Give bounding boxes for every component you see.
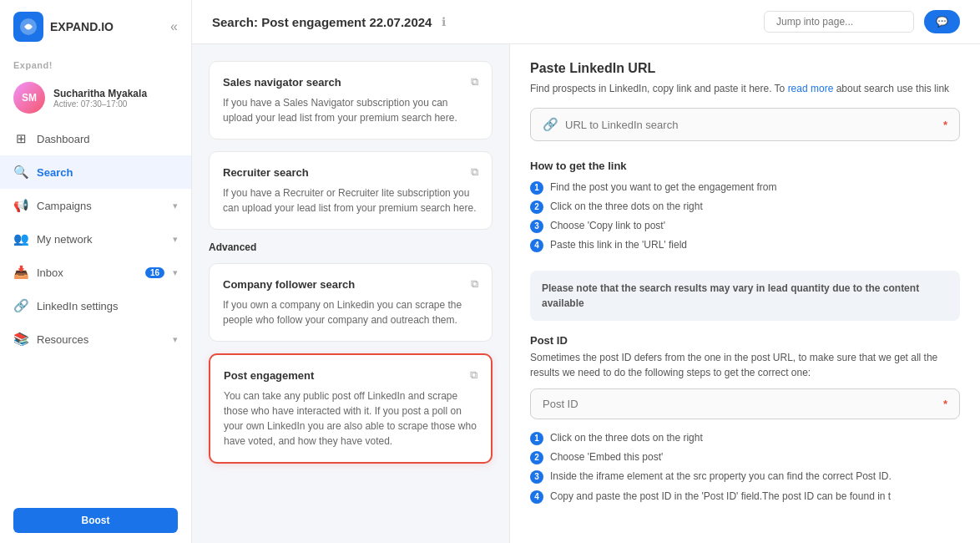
chat-icon: 💬 — [936, 16, 948, 28]
sidebar-item-label: Campaigns — [37, 200, 164, 212]
sidebar-logo-area: EXPAND.IO « — [0, 0, 191, 53]
step-text: Click on the three dots on the right — [550, 431, 703, 445]
sidebar-item-label: My network — [37, 233, 164, 246]
step-number: 1 — [530, 181, 543, 195]
step-text: Choose 'Embed this post' — [550, 450, 663, 464]
url-input[interactable] — [565, 119, 934, 131]
inbox-badge: 16 — [145, 267, 164, 278]
how-to-steps: 1Find the post you want to get the engag… — [530, 180, 960, 252]
step-text: Copy and paste the post ID in the 'Post … — [550, 489, 891, 504]
required-indicator: * — [943, 119, 947, 131]
sidebar-item-my-network[interactable]: 👥 My network ▾ — [0, 222, 191, 256]
resources-icon: 📚 — [13, 332, 28, 347]
required-indicator: * — [943, 398, 947, 410]
step-item: 2Choose 'Embed this post' — [530, 450, 960, 464]
sidebar-item-label: Dashboard — [37, 133, 178, 145]
sidebar-collapse-button[interactable]: « — [170, 19, 178, 34]
step-text: Inside the iframe element at the src pro… — [550, 469, 892, 484]
paste-linkedin-section: Paste LinkedIn URL Find prospects in Lin… — [530, 61, 960, 141]
post-id-title: Post ID — [530, 334, 960, 347]
link-icon: 🔗 — [543, 117, 558, 132]
content-area: Sales navigator search ⧉ If you have a S… — [192, 44, 980, 543]
user-status: Active: 07:30–17:00 — [53, 99, 178, 109]
external-link-icon[interactable]: ⧉ — [470, 368, 477, 382]
note-text: Please note that the search results may … — [542, 281, 948, 311]
external-link-icon[interactable]: ⧉ — [471, 75, 478, 89]
network-icon: 👥 — [13, 231, 28, 246]
campaigns-icon: 📢 — [13, 198, 28, 213]
read-more-link[interactable]: read more — [788, 83, 834, 94]
step-item: 1Click on the three dots on the right — [530, 431, 960, 445]
note-box: Please note that the search results may … — [530, 271, 960, 321]
sidebar-item-dashboard[interactable]: ⊞ Dashboard — [0, 122, 191, 155]
step-number: 1 — [530, 432, 543, 445]
card-header: Post engagement ⧉ — [224, 368, 477, 382]
step-item: 4Copy and paste the post ID in the 'Post… — [530, 489, 960, 504]
sidebar-user-area: SM Sucharitha Myakala Active: 07:30–17:0… — [0, 74, 191, 122]
post-id-section: Post ID Sometimes the post ID defers fro… — [530, 334, 960, 504]
url-input-wrapper: 🔗 * — [530, 108, 960, 141]
sidebar-item-label: LinkedIn settings — [37, 300, 178, 312]
step-text: Choose 'Copy link to post' — [550, 219, 665, 233]
step-item: 3Inside the iframe element at the src pr… — [530, 469, 960, 484]
sidebar-navigation: ⊞ Dashboard 🔍 Search 📢 Campaigns ▾ 👥 My … — [0, 122, 191, 498]
card-title: Company follower search — [223, 278, 355, 291]
info-icon[interactable]: ℹ — [442, 15, 446, 28]
card-description: If you own a company on Linkedin you can… — [223, 297, 478, 327]
advanced-section-label: Advanced — [209, 241, 493, 253]
sidebar-item-search[interactable]: 🔍 Search — [0, 155, 191, 189]
recruiter-search-card[interactable]: Recruiter search ⧉ If you have a Recruit… — [209, 151, 493, 230]
paste-linkedin-desc: Find prospects in LinkedIn, copy link an… — [530, 81, 960, 96]
company-follower-card[interactable]: Company follower search ⧉ If you own a c… — [209, 263, 493, 342]
page-header: Search: Post engagement 22.07.2024 ℹ 💬 — [192, 0, 980, 44]
chevron-down-icon: ▾ — [173, 234, 178, 245]
how-to-section: How to get the link 1Find the post you w… — [530, 160, 960, 252]
upgrade-button[interactable]: Boost — [13, 508, 178, 533]
logo-icon — [13, 12, 43, 42]
step-number: 3 — [530, 470, 543, 484]
sidebar-item-campaigns[interactable]: 📢 Campaigns ▾ — [0, 189, 191, 222]
step-text: Paste this link in the 'URL' field — [550, 238, 687, 252]
post-id-input-wrapper: * — [530, 388, 960, 419]
chevron-down-icon: ▾ — [173, 200, 178, 211]
card-description: You can take any public post off LinkedI… — [224, 388, 477, 449]
chat-button[interactable]: 💬 — [924, 10, 960, 33]
step-number: 2 — [530, 451, 543, 464]
inbox-icon: 📥 — [13, 265, 28, 280]
sidebar-item-linkedin-settings[interactable]: 🔗 LinkedIn settings — [0, 289, 191, 322]
user-info: Sucharitha Myakala Active: 07:30–17:00 — [53, 88, 178, 109]
avatar: SM — [13, 82, 45, 114]
card-title: Sales navigator search — [223, 76, 341, 89]
sidebar-item-resources[interactable]: 📚 Resources ▾ — [0, 322, 191, 356]
step-text: Find the post you want to get the engage… — [550, 180, 777, 195]
right-detail-panel: Paste LinkedIn URL Find prospects in Lin… — [509, 44, 980, 543]
sidebar-item-label: Search — [37, 166, 178, 179]
desc-after-text: about search use this link — [833, 83, 949, 94]
sidebar-item-inbox[interactable]: 📥 Inbox 16 ▾ — [0, 256, 191, 289]
jump-input[interactable] — [764, 11, 914, 33]
step-number: 3 — [530, 220, 543, 233]
sidebar-user-label: Expand! — [0, 53, 191, 74]
post-id-input[interactable] — [543, 398, 934, 410]
sales-navigator-card[interactable]: Sales navigator search ⧉ If you have a S… — [209, 61, 493, 140]
dashboard-icon: ⊞ — [13, 131, 28, 146]
step-item: 4Paste this link in the 'URL' field — [530, 238, 960, 252]
logo-text: EXPAND.IO — [50, 20, 114, 33]
card-header: Sales navigator search ⧉ — [223, 75, 478, 89]
main-area: Search: Post engagement 22.07.2024 ℹ 💬 S… — [192, 0, 980, 543]
external-link-icon[interactable]: ⧉ — [471, 277, 478, 291]
post-engagement-card[interactable]: Post engagement ⧉ You can take any publi… — [209, 353, 493, 464]
card-header: Company follower search ⧉ — [223, 277, 478, 291]
step-item: 1Find the post you want to get the engag… — [530, 180, 960, 195]
card-description: If you have a Sales Navigator subscripti… — [223, 95, 478, 125]
external-link-icon[interactable]: ⧉ — [471, 165, 478, 179]
sidebar: EXPAND.IO « Expand! SM Sucharitha Myakal… — [0, 0, 192, 543]
step-item: 3Choose 'Copy link to post' — [530, 219, 960, 233]
card-title: Recruiter search — [223, 166, 309, 179]
sidebar-bottom: Boost — [0, 498, 191, 543]
card-header: Recruiter search ⧉ — [223, 165, 478, 179]
search-types-panel: Sales navigator search ⧉ If you have a S… — [192, 44, 509, 543]
chevron-down-icon: ▾ — [173, 267, 178, 278]
page-title: Search: Post engagement 22.07.2024 — [212, 15, 432, 29]
search-icon: 🔍 — [13, 165, 28, 180]
